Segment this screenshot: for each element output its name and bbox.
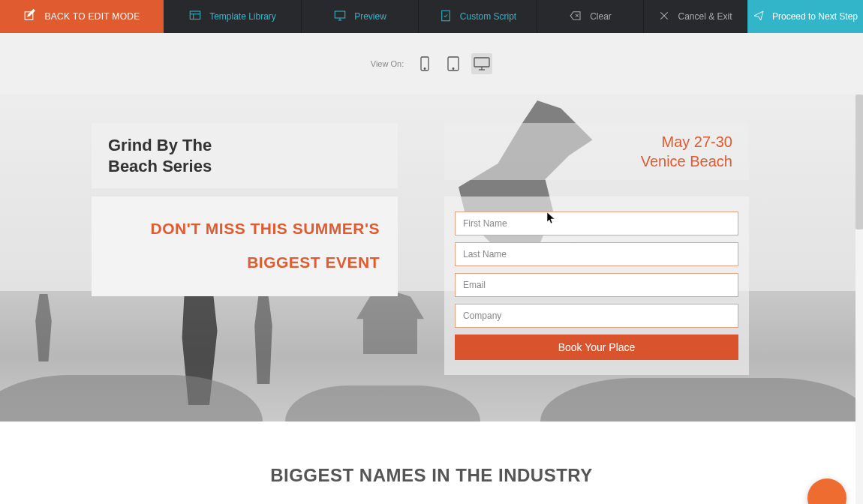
subtitle-card[interactable]: DON'T MISS THIS SUMMER'S BIGGEST EVENT bbox=[92, 196, 398, 296]
company-input[interactable] bbox=[455, 304, 738, 328]
canvas-area[interactable]: Grind By The Beach Series May 27-30 Veni… bbox=[0, 94, 863, 504]
svg-point-13 bbox=[424, 68, 425, 70]
tablet-icon bbox=[447, 56, 460, 71]
date-card[interactable]: May 27-30 Venice Beach bbox=[444, 123, 749, 180]
svg-rect-7 bbox=[442, 10, 450, 21]
signup-form-card[interactable]: Book Your Place bbox=[444, 196, 749, 375]
custom-script-button[interactable]: Custom Script bbox=[419, 0, 537, 33]
edit-icon bbox=[23, 9, 37, 25]
view-mobile-button[interactable] bbox=[414, 53, 435, 74]
hero-section: Grind By The Beach Series May 27-30 Veni… bbox=[0, 94, 863, 422]
preview-label: Preview bbox=[354, 11, 386, 22]
cancel-exit-button[interactable]: Cancel & Exit bbox=[644, 0, 747, 33]
event-date: May 27-30 bbox=[461, 132, 732, 152]
top-toolbar: BACK TO EDIT MODE Template Library Previ… bbox=[0, 0, 863, 33]
hero-ramp-2 bbox=[285, 386, 480, 422]
cancel-exit-label: Cancel & Exit bbox=[678, 11, 732, 22]
view-desktop-button[interactable] bbox=[471, 53, 492, 74]
clear-button[interactable]: Clear bbox=[537, 0, 644, 33]
view-tablet-button[interactable] bbox=[443, 53, 464, 74]
back-to-edit-button[interactable]: BACK TO EDIT MODE bbox=[0, 0, 164, 33]
subtitle-line-2: BIGGEST EVENT bbox=[110, 251, 380, 273]
clear-label: Clear bbox=[590, 11, 612, 22]
monitor-icon bbox=[333, 9, 347, 25]
close-icon bbox=[658, 10, 670, 24]
first-name-input[interactable] bbox=[455, 212, 738, 236]
event-title: Grind By The Beach Series bbox=[108, 135, 381, 176]
view-on-bar: View On: bbox=[0, 33, 863, 94]
hero-ramp-3 bbox=[540, 378, 863, 422]
template-library-label: Template Library bbox=[209, 11, 276, 22]
subtitle-line-1: DON'T MISS THIS SUMMER'S bbox=[110, 218, 380, 239]
paper-plane-icon bbox=[753, 10, 765, 24]
preview-button[interactable]: Preview bbox=[302, 0, 419, 33]
vertical-scrollbar[interactable] bbox=[855, 94, 863, 504]
proceed-button[interactable]: Proceed to Next Step bbox=[747, 0, 863, 33]
svg-rect-16 bbox=[474, 58, 489, 67]
last-name-input[interactable] bbox=[455, 242, 738, 266]
book-place-button[interactable]: Book Your Place bbox=[455, 334, 738, 360]
desktop-icon bbox=[473, 56, 491, 71]
template-library-button[interactable]: Template Library bbox=[164, 0, 302, 33]
title-card[interactable]: Grind By The Beach Series bbox=[92, 123, 398, 188]
proceed-label: Proceed to Next Step bbox=[772, 11, 858, 22]
script-icon bbox=[439, 9, 453, 25]
svg-point-15 bbox=[453, 68, 454, 70]
template-icon bbox=[188, 9, 202, 25]
custom-script-label: Custom Script bbox=[460, 11, 516, 22]
svg-rect-4 bbox=[335, 11, 345, 18]
industry-heading: BIGGEST NAMES IN THE INDUSTRY bbox=[0, 465, 863, 486]
clear-icon bbox=[569, 9, 582, 25]
email-input[interactable] bbox=[455, 273, 738, 297]
view-on-label: View On: bbox=[371, 59, 404, 68]
scrollbar-thumb[interactable] bbox=[855, 94, 863, 230]
mobile-icon bbox=[419, 56, 430, 71]
industry-section: BIGGEST NAMES IN THE INDUSTRY bbox=[0, 422, 863, 486]
back-to-edit-label: BACK TO EDIT MODE bbox=[44, 11, 140, 22]
svg-rect-1 bbox=[190, 11, 200, 20]
event-location: Venice Beach bbox=[461, 152, 732, 171]
